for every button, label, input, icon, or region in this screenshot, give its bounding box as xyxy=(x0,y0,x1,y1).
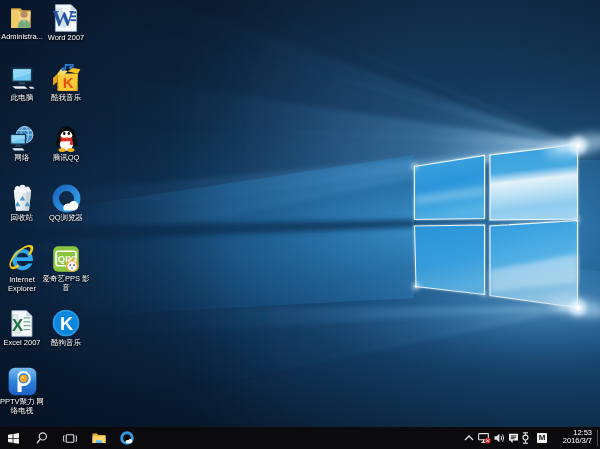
svg-text:K: K xyxy=(60,313,74,334)
svg-text:X: X xyxy=(11,316,22,335)
svg-text:K: K xyxy=(62,74,73,91)
svg-text:W: W xyxy=(52,6,74,31)
